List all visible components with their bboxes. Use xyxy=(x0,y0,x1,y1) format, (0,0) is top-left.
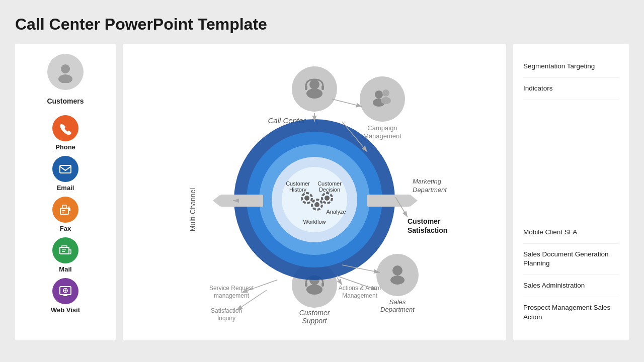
svg-text:Support: Support xyxy=(302,317,327,325)
page-title: Call Center PowerPoint Template xyxy=(15,15,629,34)
right-item-6: Prospect Management Sales Action xyxy=(523,297,619,328)
svg-point-1 xyxy=(58,74,72,83)
svg-text:Customer: Customer xyxy=(408,217,441,225)
svg-rect-22 xyxy=(321,85,324,90)
svg-text:Actions & Alarm: Actions & Alarm xyxy=(339,285,381,292)
svg-text:Management: Management xyxy=(342,292,378,299)
svg-point-54 xyxy=(314,202,319,207)
svg-text:management: management xyxy=(214,292,250,299)
svg-text:Management: Management xyxy=(363,132,401,140)
svg-point-27 xyxy=(381,97,391,104)
right-item-3: Mobile Client SFA xyxy=(523,222,619,244)
email-label: Email xyxy=(57,184,74,192)
svg-point-24 xyxy=(375,90,383,99)
svg-text:Workflow: Workflow xyxy=(303,219,326,225)
svg-text:Marketing: Marketing xyxy=(413,177,442,185)
svg-marker-67 xyxy=(213,195,220,207)
customer-label: Customers xyxy=(47,97,84,105)
phone-icon xyxy=(52,115,78,141)
svg-rect-21 xyxy=(305,85,307,90)
svg-rect-7 xyxy=(62,210,65,211)
mail-icon xyxy=(52,237,78,263)
svg-text:Service Request: Service Request xyxy=(209,285,254,292)
svg-rect-3 xyxy=(60,208,68,214)
channel-webvisit: Web Visit xyxy=(51,278,80,314)
customer-avatar xyxy=(47,54,84,90)
fax-label: Fax xyxy=(60,225,71,232)
svg-line-75 xyxy=(337,278,342,285)
svg-text:Multi-Channel: Multi-Channel xyxy=(189,188,197,231)
svg-rect-42 xyxy=(305,283,307,287)
svg-point-19 xyxy=(309,79,319,89)
svg-rect-5 xyxy=(68,208,70,211)
svg-rect-2 xyxy=(60,165,71,173)
svg-point-52 xyxy=(304,196,309,201)
page: Call Center PowerPoint Template Customer… xyxy=(0,0,644,362)
svg-rect-66 xyxy=(220,195,263,207)
mail-label: Mail xyxy=(59,265,71,273)
svg-point-36 xyxy=(390,276,405,285)
right-panel: Segmentation Targeting Indicators Mobile… xyxy=(513,44,629,340)
svg-line-71 xyxy=(332,99,362,107)
svg-point-41 xyxy=(306,285,323,295)
svg-text:Campaign: Campaign xyxy=(367,124,397,132)
svg-point-35 xyxy=(392,265,403,276)
svg-rect-9 xyxy=(60,247,69,254)
svg-text:Customer: Customer xyxy=(286,180,310,187)
webvisit-label: Web Visit xyxy=(51,306,80,314)
channel-mail: Mail xyxy=(52,237,78,273)
svg-rect-68 xyxy=(367,195,410,207)
webvisit-icon xyxy=(52,278,78,304)
svg-text:Satisfaction: Satisfaction xyxy=(211,307,242,314)
svg-text:Satisfaction: Satisfaction xyxy=(408,226,447,234)
svg-point-6 xyxy=(68,207,70,208)
main-content: Customers Phone Email xyxy=(15,44,629,340)
right-item-2: Indicators xyxy=(523,78,619,100)
svg-point-0 xyxy=(61,64,70,73)
svg-point-56 xyxy=(325,196,330,201)
phone-label: Phone xyxy=(55,143,75,151)
channel-fax: Fax xyxy=(52,197,78,232)
svg-text:Decision: Decision xyxy=(319,187,340,193)
right-item-1: Segmentation Targeting xyxy=(523,56,619,78)
right-item-4: Sales Document Generation Planning xyxy=(523,244,619,276)
svg-point-26 xyxy=(382,89,389,97)
svg-point-20 xyxy=(306,88,323,99)
svg-text:Analyze: Analyze xyxy=(326,209,346,215)
fax-icon xyxy=(52,197,78,223)
channel-phone: Phone xyxy=(52,115,78,151)
right-item-5: Sales Administration xyxy=(523,275,619,297)
svg-text:History: History xyxy=(289,187,307,193)
svg-text:Department: Department xyxy=(380,306,415,313)
center-panel: Call Center Campaign Management Marketin… xyxy=(123,44,506,340)
left-panel: Customers Phone Email xyxy=(15,44,116,340)
svg-marker-69 xyxy=(410,195,418,207)
channel-email: Email xyxy=(52,156,78,192)
svg-text:Customer: Customer xyxy=(299,309,331,317)
svg-text:Department: Department xyxy=(413,186,447,194)
svg-rect-43 xyxy=(321,283,324,287)
svg-text:Customer: Customer xyxy=(317,180,342,187)
email-icon xyxy=(52,156,78,182)
svg-rect-8 xyxy=(62,212,64,213)
svg-text:Inquiry: Inquiry xyxy=(217,315,235,322)
svg-text:Sales: Sales xyxy=(389,298,406,306)
